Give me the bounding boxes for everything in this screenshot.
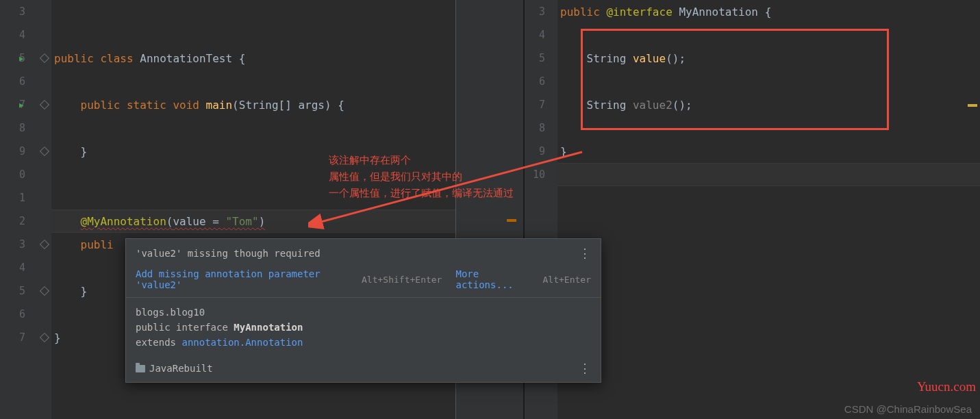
code-text: (String[] args) { (232, 99, 344, 112)
more-icon[interactable]: ⋮ (579, 361, 591, 375)
line-number: 3 (0, 0, 38, 23)
line-number: 7 (525, 93, 557, 116)
line-number: 3 (525, 0, 557, 23)
type-name: MyAnnotation (234, 322, 303, 333)
run-icon[interactable]: ▶ (19, 54, 24, 63)
keyword: public (54, 52, 94, 65)
run-icon[interactable]: ▶ (19, 101, 24, 110)
fold-icon[interactable] (40, 100, 49, 110)
annotation-line: 该注解中存在两个 (329, 152, 514, 168)
left-gutter: 3 4 5▶ 6 7▶ 8 9 0 1 2 3 4 5 6 7 (0, 0, 38, 419)
shortcut-hint: Alt+Enter (543, 275, 591, 285)
string-literal: "Tom" (225, 215, 258, 228)
line-number: 2 (0, 210, 38, 233)
folder-icon (136, 365, 145, 372)
method-name: main (206, 99, 233, 112)
fold-icon[interactable] (40, 333, 49, 342)
quickfix-link[interactable]: Add missing annotation parameter 'value2… (136, 268, 355, 290)
line-number: 5▶ (0, 47, 38, 70)
line-number: 4 (0, 256, 38, 279)
more-icon[interactable]: ⋮ (579, 246, 591, 260)
fold-icon[interactable] (40, 53, 49, 63)
minimap-marker (507, 219, 516, 222)
line-number: 8 (525, 116, 557, 140)
watermark: Yuucn.com (917, 379, 976, 394)
tooltip-title: 'value2' missing though required (136, 248, 321, 259)
keyword: public (81, 99, 121, 112)
line-number: 7 (0, 326, 38, 349)
line-number: 1 (0, 186, 38, 210)
line-number: 5 (0, 279, 38, 303)
fold-icon[interactable] (40, 147, 49, 156)
method-name: value2 (633, 99, 673, 112)
line-number: 0 (0, 163, 38, 186)
line-number: 4 (525, 23, 557, 47)
keyword: public (560, 5, 600, 18)
line-number: 6 (0, 70, 38, 93)
shortcut-hint: Alt+Shift+Enter (362, 275, 442, 285)
class-name: AnnotationTest (140, 52, 232, 65)
brace: } (81, 145, 88, 158)
type: String (587, 99, 627, 112)
keyword: @interface (606, 5, 672, 18)
keyword: static (127, 99, 166, 112)
package-name: blogs.blog10 (136, 305, 591, 320)
module-name: JavaRebuilt (149, 363, 213, 374)
line-number: 6 (525, 70, 557, 93)
line-number: 4 (0, 23, 38, 47)
tooltip-body: blogs.blog10 public interface MyAnnotati… (126, 298, 601, 355)
warning-marker[interactable] (968, 104, 977, 107)
method-name: value (633, 52, 666, 65)
line-number: 9 (0, 140, 38, 163)
left-fold-column (38, 0, 51, 419)
annotation-name: @MyAnnotation (81, 215, 166, 228)
annotation-line: 属性值，但是我们只对其中的 (329, 168, 514, 185)
fold-icon[interactable] (40, 240, 49, 249)
brace: } (560, 145, 567, 158)
keyword: publi (81, 238, 114, 251)
brace: } (54, 331, 61, 344)
type: String (587, 52, 627, 65)
interface-name: MyAnnotation (679, 5, 758, 18)
error-tooltip: 'value2' missing though required ⋮ Add m… (125, 238, 601, 383)
line-number: 7▶ (0, 93, 38, 116)
more-actions-link[interactable]: More actions... (455, 268, 536, 290)
line-number: 3 (0, 233, 38, 256)
keyword: class (100, 52, 133, 65)
keyword: void (173, 99, 199, 112)
annotation-line: 一个属性值，进行了赋值，编译无法通过 (329, 185, 514, 201)
supertype-link[interactable]: annotation.Annotation (181, 337, 303, 348)
line-number: 6 (0, 303, 38, 326)
right-code-area[interactable]: public @interface MyAnnotation { String … (557, 0, 980, 419)
brace: } (81, 285, 88, 298)
fold-icon[interactable] (40, 286, 49, 296)
line-number: 8 (0, 116, 38, 140)
line-number: 9 (525, 140, 557, 163)
line-number: 10 (525, 163, 557, 186)
annotation-callout: 该注解中存在两个 属性值，但是我们只对其中的 一个属性值，进行了赋值，编译无法通… (329, 152, 514, 201)
watermark: CSDN @ChinaRainbowSea (844, 403, 972, 415)
line-number: 5 (525, 47, 557, 70)
